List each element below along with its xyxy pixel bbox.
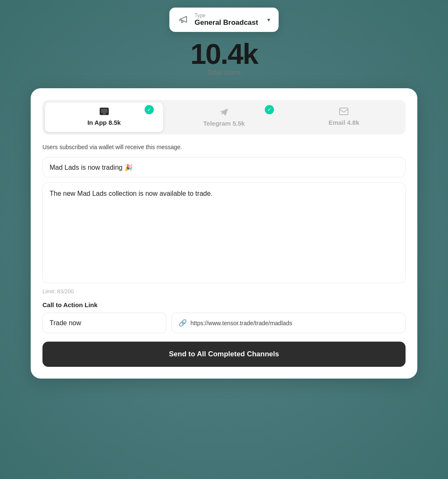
message-body-textarea[interactable]: The new Mad Lads collection is now avail… [42, 182, 406, 283]
telegram-icon [219, 108, 229, 118]
total-label: Total Users [190, 69, 258, 76]
in-app-icon [100, 108, 109, 117]
main-card: ✓ In App 8.5k ✓ Telegram 5.5k [31, 88, 417, 379]
subscription-note: Users subscribed via wallet will receive… [42, 144, 406, 150]
cta-row: 🔗 [42, 313, 406, 333]
type-label: Type [195, 13, 262, 18]
svg-rect-2 [103, 113, 106, 114]
cta-label: Call to Action Link [42, 301, 406, 308]
message-title-input[interactable] [42, 157, 406, 177]
in-app-check-badge: ✓ [145, 105, 154, 114]
chevron-down-icon: ▾ [267, 16, 270, 23]
tab-email[interactable]: Email 4.8k [285, 103, 403, 132]
total-users-section: 10.4k Total Users [190, 39, 258, 76]
megaphone-icon [178, 14, 190, 26]
tab-email-label: Email 4.8k [329, 119, 359, 126]
type-info: Type General Broadcast [195, 13, 262, 27]
tab-telegram[interactable]: ✓ Telegram 5.5k [165, 103, 283, 132]
type-dropdown[interactable]: Type General Broadcast ▾ [169, 8, 279, 32]
cta-text-input[interactable] [42, 313, 166, 333]
type-value: General Broadcast [195, 18, 262, 27]
tab-in-app[interactable]: ✓ In App 8.5k [45, 103, 163, 132]
tab-in-app-label: In App 8.5k [87, 119, 121, 126]
type-dropdown-wrapper: Type General Broadcast ▾ [169, 8, 279, 32]
svg-rect-3 [340, 108, 348, 115]
svg-rect-1 [101, 109, 108, 113]
cta-url-input[interactable] [190, 320, 398, 326]
tab-telegram-label: Telegram 5.5k [203, 120, 245, 127]
channel-tabs: ✓ In App 8.5k ✓ Telegram 5.5k [42, 100, 406, 134]
cta-url-wrapper: 🔗 [171, 313, 406, 333]
link-icon: 🔗 [179, 319, 187, 327]
telegram-check-badge: ✓ [265, 105, 274, 114]
email-icon [339, 108, 348, 117]
char-limit: Limit: 83/200 [42, 288, 406, 295]
total-count: 10.4k [190, 39, 258, 68]
send-button[interactable]: Send to All Completed Channels [42, 342, 406, 367]
